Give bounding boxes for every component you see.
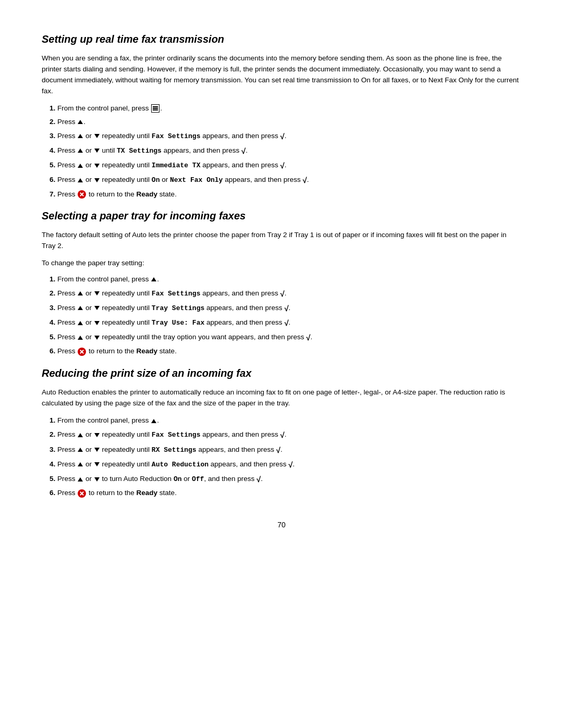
step-5-text: Press or repeatedly until Immediate TX a… [57,161,287,169]
section-title-paper-tray: Selecting a paper tray for incoming faxe… [42,208,521,224]
up-arrow-icon [78,164,83,168]
steps-list-real-time-fax: From the control panel, press . Press . … [57,103,521,200]
down-arrow-icon [94,336,100,340]
step-1: From the control panel, press . [57,274,521,285]
step-1-text: From the control panel, press . [57,104,162,112]
x-button-icon [78,348,86,356]
down-arrow-icon [94,164,100,168]
step-2-text: Press or repeatedly until Fax Settings a… [57,289,287,297]
checkmark-icon: √ [280,132,285,141]
step-3-text: Press or repeatedly until Fax Settings a… [57,132,287,140]
step-1-text: From the control panel, press . [57,275,159,283]
step-6: Press to return to the Ready state. [57,488,521,499]
up-arrow-icon [78,477,83,482]
up-arrow-icon [78,321,83,325]
section-title-reducing: Reducing the print size of an incoming f… [42,365,521,381]
step-6: Press to return to the Ready state. [57,346,521,357]
checkmark-icon: √ [303,176,307,184]
up-arrow-icon [78,120,83,124]
checkmark-icon: √ [306,333,310,342]
section-intro-reducing: Auto Reduction enables the printer to au… [42,387,521,409]
step-3: Press or repeatedly until RX Settings ap… [57,443,521,455]
checkmark-icon: √ [276,445,280,454]
up-arrow-icon [78,291,83,295]
down-arrow-icon [94,321,100,325]
x-button-icon [78,190,86,199]
step-2-text: Press or repeatedly until Fax Settings a… [57,430,287,438]
step-7: Press to return to the Ready state. [57,189,521,200]
up-arrow-icon [78,433,83,437]
step-7-text: Press to return to the Ready state. [57,190,177,198]
down-arrow-icon [94,134,100,138]
up-arrow-icon [151,277,156,281]
down-arrow-icon [94,448,100,452]
step-5: Press or repeatedly until Immediate TX a… [57,159,521,171]
down-arrow-icon [94,149,100,153]
down-arrow-icon [94,433,100,437]
checkmark-icon: √ [280,289,285,298]
up-arrow-icon [78,149,83,153]
step-5: Press or to turn Auto Reduction On or Of… [57,473,521,485]
step-1: From the control panel, press . [57,415,521,426]
up-arrow-icon [151,419,156,423]
menu-icon [151,104,160,113]
steps-list-paper-tray: From the control panel, press . Press or… [57,274,521,357]
down-arrow-icon [94,477,100,482]
step-2: Press . [57,117,521,128]
step-2: Press or repeatedly until Fax Settings a… [57,287,521,299]
down-arrow-icon [94,462,100,466]
up-arrow-icon [78,134,83,138]
up-arrow-icon [78,462,83,466]
section-intro-real-time-fax: When you are sending a fax, the printer … [42,53,521,97]
section-reducing-print-size: Reducing the print size of an incoming f… [42,365,521,499]
step-4: Press or repeatedly until Auto Reduction… [57,459,521,471]
step-6-text: Press or repeatedly until On or Next Fax… [57,176,309,183]
down-arrow-icon [94,178,100,182]
step-1-text: From the control panel, press . [57,416,159,424]
step-2-text: Press . [57,118,85,126]
up-arrow-icon [78,336,83,340]
step-4-text: Press or until TX Settings appears, and … [57,146,248,154]
step-5-text: Press or repeatedly until the tray optio… [57,333,312,341]
step-3: Press or repeatedly until Tray Settings … [57,302,521,314]
section-sub-intro-paper-tray: To change the paper tray setting: [42,258,521,268]
up-arrow-icon [78,448,83,452]
checkmark-icon: √ [241,146,246,155]
step-3-text: Press or repeatedly until RX Settings ap… [57,446,283,453]
section-paper-tray-faxes: Selecting a paper tray for incoming faxe… [42,208,521,357]
step-5-text: Press or to turn Auto Reduction On or Of… [57,475,263,483]
step-5: Press or repeatedly until the tray optio… [57,331,521,343]
section-real-time-fax: Setting up real time fax transmission Wh… [42,31,521,200]
step-1: From the control panel, press . [57,103,521,114]
step-4: Press or until TX Settings appears, and … [57,145,521,157]
step-3-text: Press or repeatedly until Tray Settings … [57,304,290,312]
checkmark-icon: √ [284,304,288,313]
checkmark-icon: √ [284,318,288,327]
step-4-text: Press or repeatedly until Tray Use: Fax … [57,318,290,326]
section-intro-paper-tray: The factory default setting of Auto lets… [42,230,521,252]
step-6: Press or repeatedly until On or Next Fax… [57,174,521,186]
x-button-icon [78,489,86,498]
checkmark-icon: √ [288,460,292,469]
step-6-text: Press to return to the Ready state. [57,347,177,355]
checkmark-icon: √ [280,161,285,170]
step-6-text: Press to return to the Ready state. [57,489,177,497]
step-2: Press or repeatedly until Fax Settings a… [57,429,521,441]
up-arrow-icon [78,178,83,182]
section-title-real-time-fax: Setting up real time fax transmission [42,31,521,47]
down-arrow-icon [94,291,100,295]
step-4-text: Press or repeatedly until Auto Reduction… [57,460,295,468]
step-4: Press or repeatedly until Tray Use: Fax … [57,317,521,329]
up-arrow-icon [78,306,83,310]
step-3: Press or repeatedly until Fax Settings a… [57,130,521,142]
steps-list-reducing: From the control panel, press . Press or… [57,415,521,499]
page-number: 70 [42,520,521,530]
checkmark-icon: √ [256,475,261,484]
down-arrow-icon [94,306,100,310]
checkmark-icon: √ [280,430,285,439]
